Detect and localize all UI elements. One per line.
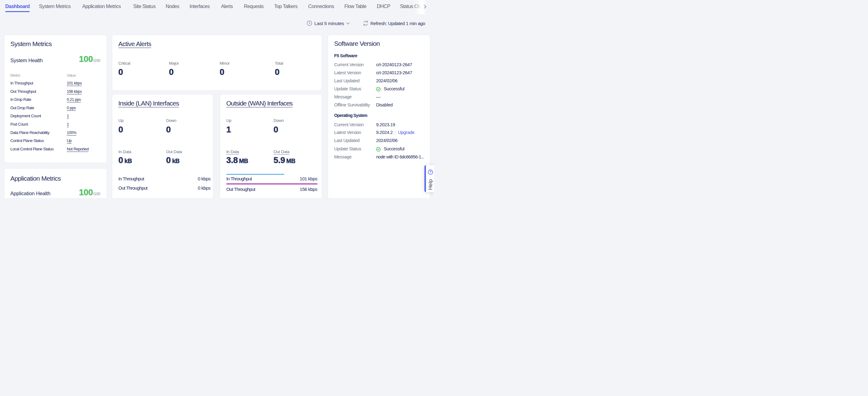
svg-text:?: ? <box>429 170 431 174</box>
